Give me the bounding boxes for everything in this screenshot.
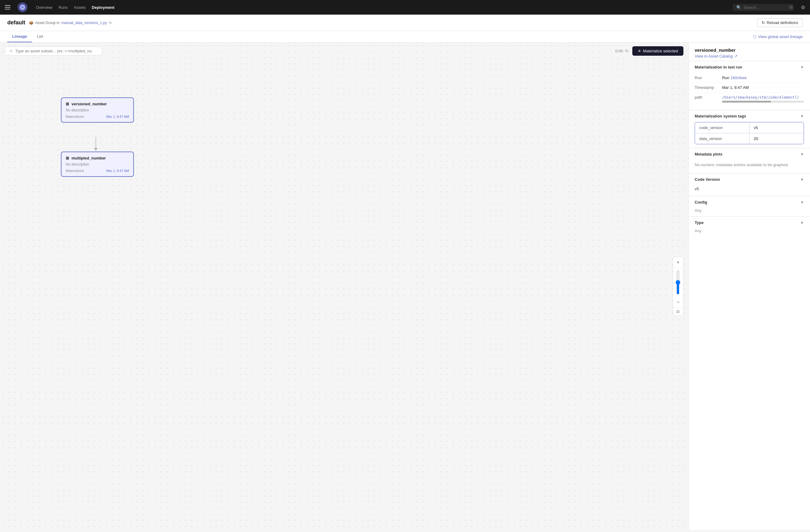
subset-icon: ✳ <box>10 49 13 53</box>
search-icon: 🔍 <box>736 5 741 10</box>
breadcrumb: 📦 Asset Group in manual_data_versions_1.… <box>29 21 112 25</box>
timestamp-label: Timestamp <box>695 85 722 90</box>
code-version-section: Code Version ▼ v5 <box>688 173 810 196</box>
search-kbd: / <box>789 5 793 10</box>
zoom-slider-container <box>676 268 680 297</box>
panel-title: versioned_number <box>695 47 804 53</box>
connector-arrow <box>93 137 99 152</box>
run-id-link[interactable]: 160cfeee <box>730 76 747 80</box>
refresh-icon[interactable]: ↻ <box>109 21 112 25</box>
search-input[interactable] <box>744 5 786 10</box>
config-title: Config <box>695 200 707 205</box>
view-catalog-link[interactable]: View in Asset Catalog ↗ <box>695 54 804 59</box>
path-value[interactable]: /Users/smackesey/stm/code/elementl/ <box>722 95 799 99</box>
reload-definitions-button[interactable]: ↻ Reload definitions <box>757 18 803 27</box>
nav-deployment[interactable]: Deployment <box>92 5 114 10</box>
code-version-title: Code Version <box>695 177 720 182</box>
scrollbar-thumb <box>722 101 771 102</box>
nav-overview[interactable]: Overview <box>36 5 52 10</box>
tags-table: code_version v5 data_version 20 <box>695 122 804 144</box>
materialization-section: Materialization in last run ▼ Run Run 16… <box>688 61 810 110</box>
view-catalog-label: View in Asset Catalog <box>695 54 733 59</box>
tab-list[interactable]: List <box>32 31 48 42</box>
system-tags-title: Materialization system tags <box>695 114 746 118</box>
materialization-content: Run Run 160cfeee Timestamp Mar 1, 8:47 A… <box>688 73 810 110</box>
metadata-plots-title: Metadata plots <box>695 152 723 157</box>
type-title: Type <box>695 220 703 225</box>
code-version-value: v5 <box>695 186 804 192</box>
type-header[interactable]: Type ▼ <box>688 217 810 229</box>
timer-refresh-icon[interactable]: ↻ <box>625 49 629 53</box>
nav-runs[interactable]: Runs <box>59 5 67 10</box>
path-row: path /Users/smackesey/stm/code/elementl/ <box>695 93 804 106</box>
asset-subset-container: ✳ <box>5 47 102 55</box>
node-name-2: multipled_number <box>71 156 106 160</box>
config-header[interactable]: Config ▼ <box>688 196 810 208</box>
timer-display: 0:06 ↻ <box>615 49 629 53</box>
asset-node-versioned-number[interactable]: ⊞ versioned_number No description Materi… <box>61 97 134 123</box>
tags-row-1: code_version v5 <box>695 122 804 133</box>
node-time: Mar 1, 8:47 AM <box>106 115 129 118</box>
node-grid-icon-2: ⊞ <box>66 156 69 160</box>
materialize-button[interactable]: ✳ Materialize selected <box>632 46 683 56</box>
config-value: Any <box>695 208 701 213</box>
materialization-title: Materialization in last run <box>695 65 742 69</box>
node-status-2: Materialized <box>66 169 84 173</box>
chevron-down-icon-3: ▼ <box>800 152 804 157</box>
metadata-plots-section: Metadata plots ▼ No numeric metadata ent… <box>688 148 810 173</box>
svg-point-0 <box>19 4 26 10</box>
breadcrumb-file-link[interactable]: manual_data_versions_1.py <box>61 21 107 25</box>
timestamp-row: Timestamp Mar 1, 8:47 AM <box>695 83 804 93</box>
node-description-2: No description <box>66 162 129 166</box>
nav-assets[interactable]: Assets <box>74 5 86 10</box>
node-time-2: Mar 1, 8:47 AM <box>106 169 129 173</box>
node-status: Materialized <box>66 115 84 118</box>
run-row: Run Run 160cfeee <box>695 73 804 83</box>
tabs: Lineage List <box>7 31 48 42</box>
node-name: versioned_number <box>71 102 107 106</box>
zoom-in-button[interactable]: + <box>673 257 683 268</box>
config-section: Config ▼ Any <box>688 196 810 216</box>
tags-row-2: data_version 20 <box>695 133 804 144</box>
reload-label: Reload definitions <box>767 20 798 25</box>
breadcrumb-icon: 📦 <box>29 21 33 25</box>
zoom-fit-button[interactable]: ⊡ <box>674 308 682 316</box>
asset-node-multipled-number[interactable]: ⊞ multipled_number No description Materi… <box>61 151 134 177</box>
tag-key-2: data_version <box>695 133 749 144</box>
breadcrumb-prefix: Asset Group in <box>35 21 59 25</box>
timer-value: 0:06 <box>615 49 623 53</box>
zoom-slider[interactable] <box>676 270 680 295</box>
tab-lineage[interactable]: Lineage <box>7 31 32 42</box>
materialization-header[interactable]: Materialization in last run ▼ <box>688 61 810 73</box>
system-tags-header[interactable]: Materialization system tags ▼ <box>688 110 810 122</box>
asset-subset-input[interactable] <box>15 49 94 53</box>
canvas-toolbar: ✳ 0:06 ↻ ✳ Materialize selected <box>0 46 688 56</box>
page-header-left: default 📦 Asset Group in manual_data_ver… <box>7 19 112 26</box>
node-description: No description <box>66 108 129 112</box>
metadata-plots-header[interactable]: Metadata plots ▼ <box>688 148 810 160</box>
node-grid-icon: ⊞ <box>66 102 69 106</box>
timestamp-value: Mar 1, 8:47 AM <box>722 85 804 90</box>
global-lineage-link[interactable]: ⬡ View global asset lineage <box>753 31 803 42</box>
materialize-icon: ✳ <box>638 49 641 53</box>
page-header: default 📦 Asset Group in manual_data_ver… <box>0 15 810 31</box>
system-tags-content: code_version v5 data_version 20 <box>688 122 810 148</box>
svg-marker-2 <box>94 148 97 151</box>
node-header: ⊞ versioned_number <box>66 102 129 106</box>
settings-icon[interactable]: ⚙ <box>801 4 805 10</box>
panel-header: versioned_number View in Asset Catalog ↗ <box>688 43 810 61</box>
zoom-out-button[interactable]: − <box>673 297 683 308</box>
right-panel: versioned_number View in Asset Catalog ↗… <box>688 43 810 530</box>
code-version-header[interactable]: Code Version ▼ <box>688 174 810 186</box>
tag-value-1: v5 <box>749 122 804 133</box>
system-tags-section: Materialization system tags ▼ code_versi… <box>688 110 810 148</box>
run-value: Run 160cfeee <box>722 76 804 80</box>
reload-icon: ↻ <box>762 20 765 25</box>
main-content: ✳ 0:06 ↻ ✳ Materialize selected ⊞ versio… <box>0 43 810 530</box>
metadata-empty-text: No numeric metadata entries available to… <box>695 160 804 170</box>
hamburger-menu[interactable] <box>5 5 10 10</box>
run-label: Run <box>695 76 722 80</box>
type-content: Any <box>688 229 810 237</box>
type-section: Type ▼ Any <box>688 216 810 237</box>
chevron-down-icon-2: ▼ <box>800 114 804 118</box>
